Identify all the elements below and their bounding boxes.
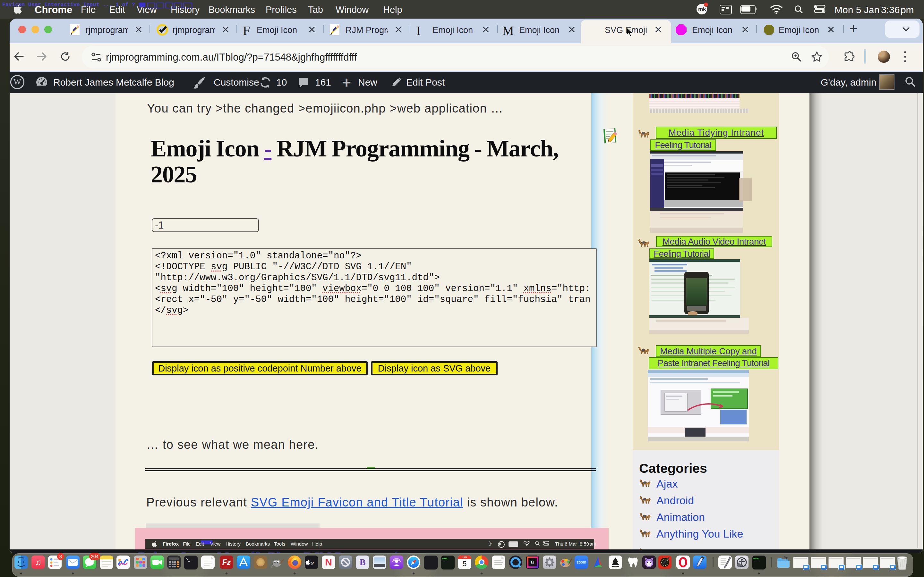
svg-text:tv: tv xyxy=(310,561,314,566)
svg-text:W: W xyxy=(13,77,21,86)
